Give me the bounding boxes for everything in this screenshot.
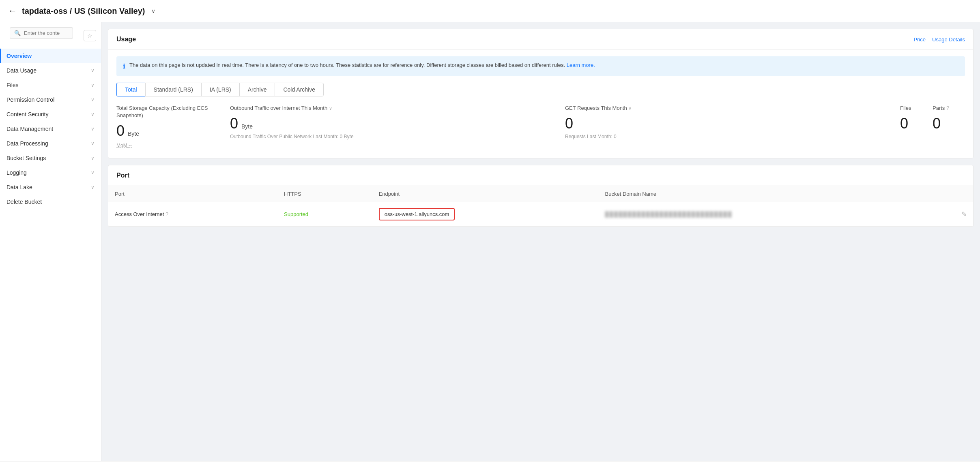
tab-ia-lrs[interactable]: IA (LRS) bbox=[201, 83, 239, 96]
outbound-secondary: Outbound Traffic Over Public Network Las… bbox=[230, 134, 557, 139]
search-icon: 🔍 bbox=[14, 30, 21, 36]
tab-cold-archive[interactable]: Cold Archive bbox=[275, 83, 324, 96]
sidebar-item-delete-bucket[interactable]: Delete Bucket bbox=[0, 195, 101, 209]
back-button[interactable]: ← bbox=[8, 6, 17, 16]
chevron-down-icon: ∨ bbox=[91, 141, 95, 146]
sidebar-item-data-management[interactable]: Data Management∨ bbox=[0, 122, 101, 136]
mom-text: MoM -- bbox=[116, 143, 222, 148]
content-area: Usage Price Usage Details ℹ The data on … bbox=[101, 22, 980, 461]
chevron-down-icon: ∨ bbox=[91, 82, 95, 88]
get-requests-chevron[interactable]: ∨ bbox=[628, 106, 632, 111]
sidebar-item-label: Permission Control bbox=[6, 96, 54, 103]
tab-total[interactable]: Total bbox=[116, 83, 145, 96]
outbound-value: 0 Byte bbox=[230, 115, 557, 132]
sidebar-item-label: Data Management bbox=[6, 126, 53, 132]
sidebar-item-permission-control[interactable]: Permission Control∨ bbox=[0, 92, 101, 107]
parts-value: 0 bbox=[933, 115, 957, 132]
col-port: Port bbox=[108, 186, 277, 202]
info-banner: ℹ The data on this page is not updated i… bbox=[116, 56, 965, 76]
search-input[interactable] bbox=[24, 30, 69, 36]
chevron-down-icon: ∨ bbox=[91, 111, 95, 117]
sidebar-item-label: Data Lake bbox=[6, 184, 32, 190]
port-table-row: Access Over Internet ?Supportedoss-us-we… bbox=[108, 202, 973, 227]
bucket-domain-cell: ████████████████████████████ bbox=[599, 202, 955, 227]
get-requests-stat: GET Requests This Month ∨ 0 Requests Las… bbox=[565, 105, 900, 139]
usage-card-links: Price Usage Details bbox=[913, 36, 965, 43]
sidebar-item-label: Data Usage bbox=[6, 67, 37, 74]
info-text: The data on this page is not updated in … bbox=[129, 61, 595, 69]
outbound-label: Outbound Traffic over Internet This Mont… bbox=[230, 105, 557, 112]
get-requests-secondary: Requests Last Month: 0 bbox=[565, 134, 892, 139]
edit-icon[interactable]: ✎ bbox=[961, 211, 967, 218]
page-header: ← tapdata-oss / US (Silicon Valley) ∨ bbox=[0, 0, 980, 22]
chevron-down-icon: ∨ bbox=[91, 97, 95, 103]
port-card-header: Port bbox=[108, 165, 973, 186]
sidebar-item-overview[interactable]: Overview bbox=[0, 49, 101, 63]
header-dropdown-icon[interactable]: ∨ bbox=[151, 8, 155, 14]
stats-grid: Total Storage Capacity (Excluding ECS Sn… bbox=[108, 105, 973, 158]
price-link[interactable]: Price bbox=[913, 36, 926, 43]
sidebar-item-bucket-settings[interactable]: Bucket Settings∨ bbox=[0, 151, 101, 165]
search-row: 🔍 ☆ bbox=[0, 27, 101, 49]
sidebar: 🔍 ☆ OverviewData Usage∨Files∨Permission … bbox=[0, 22, 101, 461]
info-icon: ℹ bbox=[123, 62, 125, 71]
sidebar-item-data-processing[interactable]: Data Processing∨ bbox=[0, 136, 101, 151]
chevron-down-icon: ∨ bbox=[91, 184, 95, 190]
bucket-domain-value: ████████████████████████████ bbox=[605, 211, 733, 217]
parts-question-icon[interactable]: ? bbox=[946, 105, 949, 111]
nav-list: OverviewData Usage∨Files∨Permission Cont… bbox=[0, 49, 101, 209]
storage-label: Total Storage Capacity (Excluding ECS Sn… bbox=[116, 105, 222, 119]
tab-standard-lrs[interactable]: Standard (LRS) bbox=[145, 83, 201, 96]
chevron-down-icon: ∨ bbox=[91, 126, 95, 132]
files-value: 0 bbox=[900, 115, 924, 132]
sidebar-item-data-usage[interactable]: Data Usage∨ bbox=[0, 63, 101, 78]
col-action bbox=[955, 186, 973, 202]
port-cell: Access Over Internet ? bbox=[108, 202, 277, 227]
sidebar-item-label: Data Processing bbox=[6, 140, 48, 147]
usage-card: Usage Price Usage Details ℹ The data on … bbox=[108, 29, 974, 158]
usage-card-header: Usage Price Usage Details bbox=[108, 29, 973, 50]
chevron-down-icon: ∨ bbox=[91, 170, 95, 175]
storage-value: 0 Byte bbox=[116, 122, 222, 139]
endpoint-value: oss-us-west-1.aliyuncs.com bbox=[379, 208, 455, 220]
main-layout: 🔍 ☆ OverviewData Usage∨Files∨Permission … bbox=[0, 22, 980, 461]
outbound-chevron[interactable]: ∨ bbox=[329, 106, 332, 111]
chevron-down-icon: ∨ bbox=[91, 155, 95, 161]
parts-stat: Parts ? 0 bbox=[933, 105, 965, 132]
port-table-header-row: Port HTTPS Endpoint Bucket Domain Name bbox=[108, 186, 973, 202]
sidebar-item-files[interactable]: Files∨ bbox=[0, 78, 101, 92]
storage-tabs: TotalStandard (LRS)IA (LRS)ArchiveCold A… bbox=[116, 83, 965, 96]
usage-details-link[interactable]: Usage Details bbox=[932, 36, 965, 43]
files-label: Files bbox=[900, 105, 924, 112]
search-box[interactable]: 🔍 bbox=[10, 27, 73, 39]
files-stat: Files 0 bbox=[900, 105, 933, 132]
sidebar-item-content-security[interactable]: Content Security∨ bbox=[0, 107, 101, 122]
usage-title: Usage bbox=[116, 36, 136, 43]
sidebar-item-label: Bucket Settings bbox=[6, 155, 46, 161]
sidebar-item-label: Content Security bbox=[6, 111, 49, 118]
port-title: Port bbox=[116, 172, 129, 179]
page-title: tapdata-oss / US (Silicon Valley) bbox=[22, 6, 145, 16]
tab-archive[interactable]: Archive bbox=[239, 83, 275, 96]
outbound-stat: Outbound Traffic over Internet This Mont… bbox=[230, 105, 565, 139]
learn-more-link[interactable]: Learn more. bbox=[567, 62, 595, 68]
https-cell: Supported bbox=[277, 202, 372, 227]
col-https: HTTPS bbox=[277, 186, 372, 202]
parts-label: Parts ? bbox=[933, 105, 957, 112]
col-bucket-domain: Bucket Domain Name bbox=[599, 186, 955, 202]
sidebar-item-label: Overview bbox=[6, 53, 32, 59]
sidebar-item-data-lake[interactable]: Data Lake∨ bbox=[0, 180, 101, 195]
col-endpoint: Endpoint bbox=[372, 186, 599, 202]
port-table: Port HTTPS Endpoint Bucket Domain Name A… bbox=[108, 186, 973, 227]
sidebar-item-label: Files bbox=[6, 82, 19, 88]
favorite-button[interactable]: ☆ bbox=[84, 30, 96, 41]
get-requests-value: 0 bbox=[565, 115, 892, 132]
sidebar-item-logging[interactable]: Logging∨ bbox=[0, 165, 101, 180]
sidebar-item-label: Delete Bucket bbox=[6, 199, 42, 205]
port-card: Port Port HTTPS Endpoint Bucket Domain N… bbox=[108, 165, 974, 227]
port-question-icon[interactable]: ? bbox=[165, 211, 168, 217]
sidebar-item-label: Logging bbox=[6, 169, 27, 176]
chevron-down-icon: ∨ bbox=[91, 68, 95, 73]
storage-stat: Total Storage Capacity (Excluding ECS Sn… bbox=[116, 105, 230, 148]
endpoint-cell: oss-us-west-1.aliyuncs.com bbox=[372, 202, 599, 227]
